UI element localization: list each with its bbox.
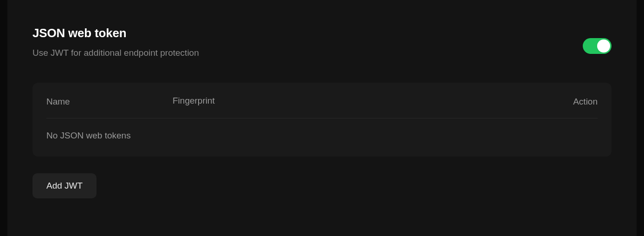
add-jwt-button[interactable]: Add JWT: [32, 173, 97, 198]
jwt-table-header: Name Fingerprint Action: [46, 83, 598, 118]
section-title: JSON web token: [32, 26, 199, 40]
jwt-table-card: Name Fingerprint Action No JSON web toke…: [32, 83, 612, 157]
column-header-name: Name: [46, 97, 173, 107]
section-subtitle: Use JWT for additional endpoint protecti…: [32, 45, 199, 60]
toggle-knob: [597, 39, 610, 52]
section-header: JSON web token Use JWT for additional en…: [32, 26, 612, 60]
column-header-action: Action: [573, 97, 598, 107]
jwt-settings-panel: JSON web token Use JWT for additional en…: [7, 0, 637, 236]
column-header-fingerprint: Fingerprint: [173, 96, 573, 106]
jwt-table-empty-message: No JSON web tokens: [46, 118, 598, 157]
section-header-text: JSON web token Use JWT for additional en…: [32, 26, 199, 60]
jwt-enable-toggle[interactable]: [583, 38, 612, 54]
